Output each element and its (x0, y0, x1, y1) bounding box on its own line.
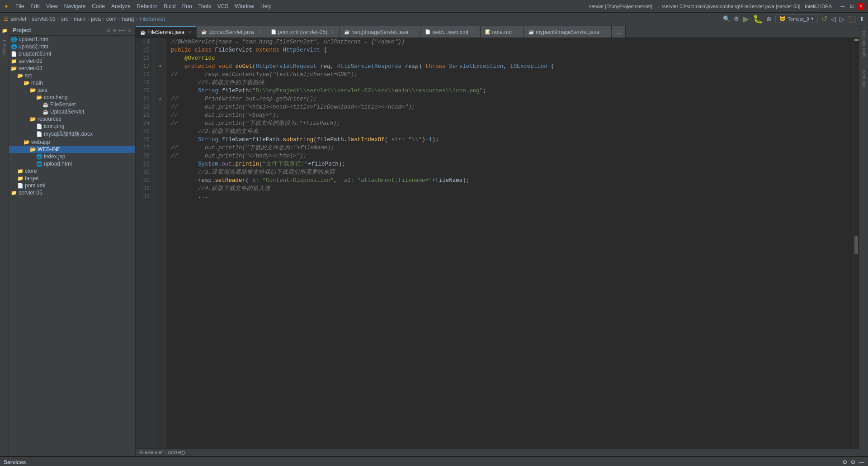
breadcrumb-servlet-03[interactable]: servlet-03 (32, 16, 56, 22)
share-icon[interactable]: ⬆ (859, 15, 864, 22)
menu-vcs[interactable]: VCS (215, 2, 231, 10)
menu-refactor[interactable]: Refactor (134, 2, 160, 10)
tab-more[interactable]: ... (612, 26, 626, 38)
project-panel-title: Project (13, 27, 31, 33)
tree-item-UploadServlet[interactable]: ☕UploadServlet (9, 108, 135, 115)
tab-notemd-close[interactable]: ✕ (515, 29, 519, 34)
menu-navigate[interactable]: Navigate (61, 2, 88, 10)
breadcrumb-fileservlet[interactable]: FileServlet (139, 16, 165, 22)
settings-icon[interactable]: ⚙ (734, 15, 739, 22)
code-content[interactable]: //@WebServlet(name = "com.hang.FileServl… (167, 38, 854, 448)
back-icon[interactable]: ◁ (831, 15, 836, 23)
breadcrumb-doget-method[interactable]: doGet() (168, 450, 185, 455)
menu-window[interactable]: Window (232, 2, 257, 10)
close-button[interactable]: ✕ (857, 3, 864, 10)
gear-icon[interactable]: ⚙ (850, 459, 856, 466)
tab-myimageservlet[interactable]: ☕ mypack\ImageServlet.java ✕ (524, 26, 612, 38)
word-boo-label[interactable]: Word Boo... (861, 68, 867, 93)
menu-code[interactable]: Code (89, 2, 108, 10)
menu-edit[interactable]: Edit (28, 2, 42, 10)
gutter-breakpoint[interactable]: ● (154, 62, 167, 71)
settings-icon[interactable]: ⚙ (842, 459, 848, 466)
menu-view[interactable]: View (43, 2, 61, 10)
breadcrumb-main[interactable]: main (74, 16, 85, 22)
maximize-button[interactable]: ⊡ (848, 3, 855, 10)
breadcrumb-com[interactable]: com (106, 16, 117, 22)
tab-imageservlet-close[interactable]: ✕ (412, 29, 415, 34)
xml-icon: 📄 (425, 29, 430, 34)
tree-item-icon-png[interactable]: 📄icon.png (9, 123, 135, 130)
tree-item-webapp[interactable]: 📂webapp (9, 138, 135, 146)
run-config-selector[interactable]: 🐱 Tomcat_9 ▾ (775, 14, 818, 23)
tree-item-mysql-----docx[interactable]: 📄mysql温故知新.docx (9, 130, 135, 138)
tab-notemd-label: note.md (492, 29, 512, 35)
breadcrumb-servlet[interactable]: servlet (10, 16, 26, 22)
tree-item-chapter05-iml[interactable]: 📄chapter05.iml (9, 50, 135, 57)
structure-label[interactable]: 1: Project (1, 38, 8, 57)
menu-build[interactable]: Build (161, 2, 179, 10)
build-run-icon[interactable]: ↺ (821, 14, 827, 23)
expand-icon[interactable]: ⟵ (118, 28, 126, 33)
coverage-button[interactable]: ⊕ (766, 15, 772, 23)
menu-run[interactable]: Run (179, 2, 195, 10)
layout-icon[interactable]: ⊞ (113, 28, 117, 33)
tab-fileservlet[interactable]: ☕ FileServlet.java ✕ (136, 26, 197, 38)
scroll-bar-thumb[interactable] (854, 236, 858, 254)
code-editor[interactable]: 14 15 16 17 18 19 20 21 22 23 24 25 26 2… (136, 38, 859, 448)
window-controls: — ⊡ ✕ (839, 3, 864, 10)
tree-item-upload2-htm[interactable]: 🌐upload2.htm (9, 43, 135, 50)
tab-webxml[interactable]: 📄 web\...web.xml ✕ (420, 26, 480, 38)
tree-item-java[interactable]: 📂java (9, 86, 135, 94)
breadcrumb-src[interactable]: src (61, 16, 68, 22)
breadcrumb-java[interactable]: java (91, 16, 101, 22)
breadcrumb-fileservlet-class[interactable]: FileServlet (139, 450, 163, 455)
tree-item-index-jsp[interactable]: 🌐index.jsp (9, 153, 135, 160)
java-icon: ☕ (528, 29, 534, 34)
java-icon: ☕ (201, 29, 207, 34)
debug-button[interactable]: 🐛 (753, 14, 763, 24)
menu-tools[interactable]: Tools (196, 2, 214, 10)
tab-notemd[interactable]: 📝 note.md ✕ (481, 26, 524, 38)
tab-pom-close[interactable]: ✕ (331, 29, 335, 34)
minimize-icon[interactable]: — (859, 459, 864, 466)
tree-item-WEB-INF[interactable]: 📂WEB-INF (9, 146, 135, 153)
tree-item-servlet-03[interactable]: 📂servlet-03 (9, 65, 135, 72)
tree-item-FileServlet[interactable]: ☕FileServlet (9, 101, 135, 108)
project-panel-icon[interactable]: 📁 (1, 27, 8, 34)
tree-item-target[interactable]: 📁target (9, 175, 135, 182)
tab-pom[interactable]: 📄 pom.xml (servlet-05) ✕ (266, 26, 340, 38)
tab-fileservlet-close[interactable]: ✕ (188, 30, 192, 35)
tab-imageservlet[interactable]: ☕ hang\ImageServlet.java ✕ (340, 26, 420, 38)
breadcrumb-hang[interactable]: hang (122, 16, 134, 22)
tree-item-upload1-htm[interactable]: 🌐upload1.htm (9, 36, 135, 43)
big-data-tools-label[interactable]: Big Data Tools (861, 29, 867, 59)
collapse-icon[interactable]: ✕ (127, 28, 132, 33)
tree-item-com-hang[interactable]: 📂com.hang (9, 94, 135, 101)
tree-item-upload-html[interactable]: 🌐upload.html (9, 160, 135, 167)
minimize-button[interactable]: — (839, 3, 846, 10)
run-button[interactable]: ▶ (743, 14, 749, 24)
tree-item-resources[interactable]: 📂resources (9, 115, 135, 123)
tab-myimageservlet-close[interactable]: ✕ (603, 29, 607, 34)
gutter-warning[interactable]: ⚠ (154, 95, 167, 103)
gear-icon[interactable]: ⚙ (106, 28, 111, 33)
tree-item-pom-xml[interactable]: 📄pom.xml (9, 182, 135, 189)
tab-uploadservlet-close[interactable]: ✕ (258, 29, 261, 34)
services-panel: Services ⚙ ⚙ — ▶ ⊞ ⊟ ≡ + ⊕ ▼ 🐱 (0, 456, 868, 466)
tab-webxml-close[interactable]: ✕ (472, 29, 476, 34)
menu-file[interactable]: File (13, 2, 27, 10)
tree-item-src[interactable]: 📂src (9, 72, 135, 79)
forward-icon[interactable]: ▷ (840, 15, 844, 23)
menu-analyze[interactable]: Analyze (108, 2, 133, 10)
tab-uploadservlet[interactable]: ☕ UploadServlet.java ✕ (197, 26, 266, 38)
toolbar-right: 🔍 ⚙ ▶ 🐛 ⊕ 🐱 Tomcat_9 ▾ ↺ ◁ ▷ ⬛ ⬆ (723, 14, 864, 24)
menu-help[interactable]: Help (258, 2, 274, 10)
services-panel-icons: ⚙ ⚙ — (842, 459, 864, 466)
tree-item-servlet-02[interactable]: 📁servlet-02 (9, 57, 135, 65)
editor-tabs-bar: ☕ FileServlet.java ✕ ☕ UploadServlet.jav… (136, 25, 859, 38)
tree-item-store[interactable]: 📁store (9, 167, 135, 175)
search-icon[interactable]: 🔍 (723, 15, 730, 22)
tree-item-main[interactable]: 📂main (9, 79, 135, 86)
stop-icon[interactable]: ⬛ (848, 15, 856, 23)
tree-item-servlet-05[interactable]: 📁servlet-05 (9, 189, 135, 196)
